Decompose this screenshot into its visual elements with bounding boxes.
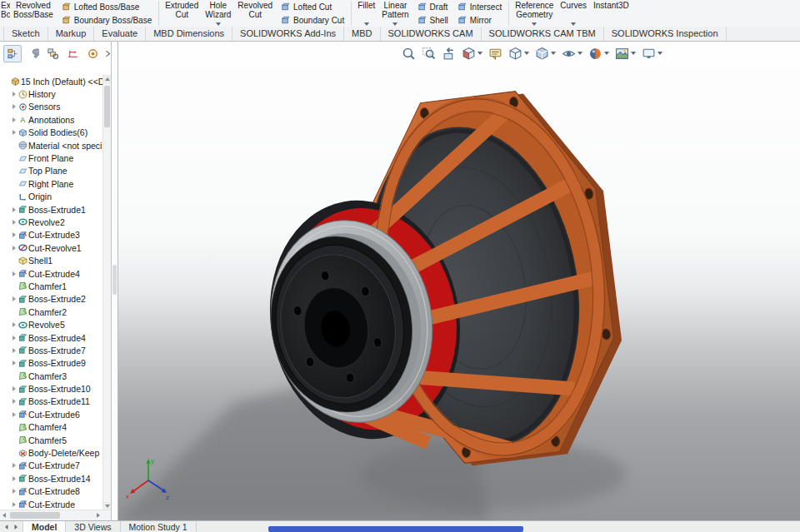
commandmanager-tab-solidworks-cam[interactable]: SOLIDWORKS CAM (381, 27, 482, 41)
ribbon-button-linear-pattern[interactable]: LinearPattern (378, 1, 412, 26)
panel-splitter[interactable] (112, 42, 118, 520)
tree-item-revolve2[interactable]: Revolve2 (0, 216, 103, 228)
expander-icon[interactable] (10, 360, 18, 365)
display-style-button[interactable] (535, 47, 556, 61)
zoom-to-fit-button[interactable] (402, 47, 416, 61)
tree-horizontal-scrollbar[interactable] (0, 510, 111, 520)
dropdown-caret-icon[interactable] (571, 22, 576, 26)
tree-item-cut-extrude7[interactable]: Cut-Extrude7 (0, 460, 103, 472)
expander-icon[interactable] (10, 117, 18, 122)
tree-item-revolve5[interactable]: Revolve5 (0, 318, 103, 331)
scroll-tabs-right-icon[interactable] (12, 524, 19, 530)
scroll-tabs-left-icon[interactable] (3, 524, 10, 530)
speaker-3d-model[interactable] (118, 42, 800, 520)
expander-icon[interactable] (10, 232, 18, 237)
ribbon-button-curves[interactable]: Curves (557, 1, 590, 26)
configurationmanager-tab[interactable] (43, 45, 62, 62)
expander-icon[interactable] (10, 296, 18, 301)
dropdown-caret-icon[interactable] (478, 52, 482, 55)
apply-scene-button[interactable] (615, 47, 636, 61)
commandmanager-tab-evaluate[interactable]: Evaluate (94, 27, 146, 41)
expander-icon[interactable] (10, 104, 18, 109)
expander-icon[interactable] (10, 502, 18, 507)
hide-show-items-button[interactable] (562, 47, 582, 61)
commandmanager-tab-mbd-dimensions[interactable]: MBD Dimensions (146, 27, 232, 41)
tree-item-boss-extrude10[interactable]: Boss-Extrude10 (0, 382, 103, 395)
splitter-grip[interactable] (112, 265, 117, 295)
tree-item-origin[interactable]: Origin (0, 191, 103, 203)
tree-item-chamfer5[interactable]: Chamfer5 (0, 434, 103, 446)
tree-item-body-delete-keep-1[interactable]: Body-Delete/Keep 1 (0, 446, 103, 459)
tree-item-chamfer4[interactable]: Chamfer4 (0, 421, 103, 434)
tree-item-annotations[interactable]: AAnnotations (0, 113, 103, 126)
tree-item-shell1[interactable]: Shell1 (0, 254, 103, 266)
bottom-tab-model[interactable]: Model (23, 521, 66, 532)
expander-icon[interactable] (10, 489, 18, 494)
tree-item-material-not-specified[interactable]: Material <not specified> (0, 139, 103, 152)
scroll-right-button[interactable] (94, 511, 102, 520)
ribbon-button-reference-geometry[interactable]: ReferenceGeometry (512, 1, 557, 26)
dimxpertmanager-tab[interactable] (63, 45, 82, 62)
expander-icon[interactable] (10, 399, 18, 404)
tree-item-boss-extrude7[interactable]: Boss-Extrude7 (0, 344, 103, 356)
dropdown-caret-icon[interactable] (604, 52, 609, 55)
dropdown-caret-icon[interactable] (578, 52, 582, 55)
tree-item-boss-extrude1[interactable]: Boss-Extrude1 (0, 203, 103, 216)
expander-icon[interactable] (10, 476, 18, 481)
edit-appearance-button[interactable] (588, 47, 609, 61)
panel-expand-chevron[interactable] (103, 47, 112, 60)
commandmanager-tab-solidworks-add-ins[interactable]: SOLIDWORKS Add-Ins (232, 27, 344, 41)
tree-item-solid-bodies-6[interactable]: Solid Bodies(6) (0, 127, 103, 139)
commandmanager-tab-sketch[interactable]: Sketch (3, 27, 48, 41)
tree-item-boss-extrude4[interactable]: Boss-Extrude4 (0, 331, 103, 344)
scrollbar-thumb[interactable] (104, 86, 110, 127)
expander-icon[interactable] (10, 386, 18, 391)
ribbon-button-revolved-boss-base[interactable]: RevolvedBoss/Base (10, 1, 57, 26)
ribbon-button-draft[interactable]: Draft (417, 2, 448, 12)
ribbon-button-boundary-cut[interactable]: Boundary Cut (280, 15, 344, 26)
ribbon-button-shell[interactable]: Shell (417, 15, 448, 26)
tree-item-history[interactable]: History (0, 87, 103, 100)
ribbon-button-extruded-cut[interactable]: ExtrudedCut (162, 1, 202, 26)
commandmanager-tab-markup[interactable]: Markup (48, 27, 95, 41)
scrollbar-thumb[interactable] (10, 512, 60, 519)
tree-item-top-plane[interactable]: Top Plane (0, 165, 103, 177)
expander-icon[interactable] (10, 336, 18, 341)
expander-icon[interactable] (10, 207, 18, 212)
tree-item-sensors[interactable]: Sensors (0, 101, 103, 113)
featuremanager-design-tree-tab[interactable] (3, 45, 22, 62)
expander-icon[interactable] (10, 412, 18, 417)
tree-item-cut-revolve1[interactable]: Cut-Revolve1 (0, 241, 103, 254)
dropdown-caret-icon[interactable] (532, 22, 537, 26)
section-view-button[interactable] (462, 47, 482, 61)
tab-scroll-buttons[interactable] (0, 521, 23, 532)
bottom-tab-motion-study-1[interactable]: Motion Study 1 (121, 521, 197, 532)
tree-item-boss-extrude2[interactable]: Boss-Extrude2 (0, 293, 103, 306)
graphics-viewport[interactable]: x y z (118, 42, 800, 520)
expander-icon[interactable] (10, 130, 18, 135)
zoom-to-area-button[interactable] (422, 47, 436, 61)
dropdown-caret-icon[interactable] (216, 22, 221, 26)
tree-item-boss-extrude11[interactable]: Boss-Extrude11 (0, 395, 103, 408)
tree-item-chamfer3[interactable]: Chamfer3 (0, 370, 103, 382)
commandmanager-tab-solidworks-cam-tbm[interactable]: SOLIDWORKS CAM TBM (482, 27, 604, 41)
taskbar-strip[interactable] (268, 526, 523, 532)
tree-item-right-plane[interactable]: Right Plane (0, 177, 103, 190)
expander-icon[interactable] (10, 322, 18, 327)
ribbon-button-mirror[interactable]: Mirror (457, 15, 502, 26)
ribbon-button-fillet[interactable]: Fillet (354, 1, 378, 26)
tree-item-chamfer1[interactable]: Chamfer1 (0, 280, 103, 292)
tree-item-cut-extrude4[interactable]: Cut-Extrude4 (0, 267, 103, 280)
ribbon-button-instant3d[interactable]: Instant3D (590, 1, 632, 26)
ribbon-button-boundary-boss-base[interactable]: Boundary Boss/Base (61, 15, 152, 26)
tree-item-cut-extrude8[interactable]: Cut-Extrude8 (0, 485, 103, 498)
dropdown-caret-icon[interactable] (631, 52, 636, 55)
expander-icon[interactable] (10, 246, 18, 251)
dynamic-annotation-views-button[interactable] (488, 47, 502, 61)
dropdown-caret-icon[interactable] (392, 22, 398, 26)
ribbon-button-revolved-cut[interactable]: RevolvedCut (234, 1, 276, 26)
propertymanager-tab[interactable] (23, 45, 42, 62)
tree-item-boss-extrude9[interactable]: Boss-Extrude9 (0, 357, 103, 370)
tree-item-cut-extrude3[interactable]: Cut-Extrude3 (0, 229, 103, 241)
tree-vertical-scrollbar[interactable] (102, 75, 111, 510)
